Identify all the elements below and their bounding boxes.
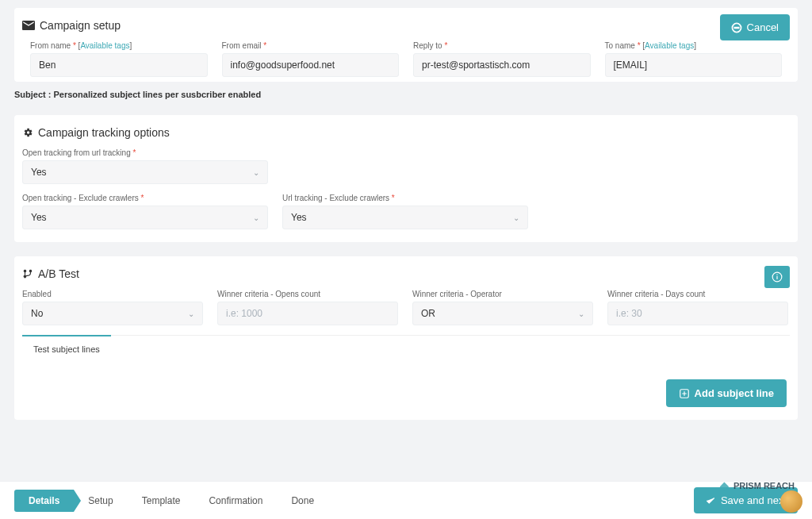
- prism-logo-mark: ◆: [720, 479, 729, 492]
- add-subject-line-button[interactable]: Add subject line: [666, 379, 787, 407]
- ab-days-input[interactable]: [607, 302, 788, 325]
- ab-enabled-select[interactable]: No ⌄: [22, 302, 203, 325]
- tracking-options-card: Campaign tracking options Open tracking …: [14, 115, 798, 242]
- reply-to-input[interactable]: [413, 53, 591, 77]
- reply-to-label: Reply to *: [413, 41, 591, 50]
- wizard-bar: Details Setup Template Confirmation Done…: [0, 481, 812, 519]
- ab-test-title: A/B Test: [22, 267, 790, 280]
- wizard-confirmation[interactable]: Confirmation: [194, 490, 277, 512]
- chevron-down-icon: ⌄: [578, 309, 584, 318]
- wizard-setup[interactable]: Setup: [74, 490, 127, 512]
- from-name-tags-link[interactable]: Available tags: [80, 41, 129, 50]
- open-tracking-exclude-field: Open tracking - Exclude crawlers * Yes ⌄: [22, 194, 268, 229]
- open-tracking-url-field: Open tracking from url tracking * Yes ⌄: [22, 148, 268, 184]
- ab-enabled-field: Enabled No ⌄: [22, 290, 203, 325]
- wizard-details[interactable]: Details: [14, 490, 74, 512]
- check-icon: [705, 495, 716, 506]
- ab-days-field: Winner criteria - Days count: [607, 290, 788, 325]
- tab-test-subject-lines[interactable]: Test subject lines: [22, 335, 111, 362]
- cancel-icon: [731, 22, 742, 33]
- chevron-down-icon: ⌄: [253, 213, 259, 222]
- open-tracking-exclude-select[interactable]: Yes ⌄: [22, 206, 268, 229]
- chevron-down-icon: ⌄: [188, 309, 194, 318]
- ab-operator-field: Winner criteria - Operator OR ⌄: [412, 290, 593, 325]
- subject-text: Subject : Personalized subject lines per…: [14, 90, 798, 107]
- campaign-setup-card: Campaign setup Cancel From name * [Avail…: [14, 8, 798, 82]
- chevron-down-icon: ⌄: [513, 213, 519, 222]
- wizard-done[interactable]: Done: [277, 490, 328, 512]
- chevron-down-icon: ⌄: [253, 168, 259, 177]
- to-name-label: To name * [Available tags]: [605, 41, 783, 50]
- from-name-label: From name * [Available tags]: [30, 41, 208, 50]
- branch-icon: [22, 268, 33, 279]
- to-name-field: To name * [Available tags]: [605, 41, 783, 77]
- to-name-input[interactable]: [605, 53, 783, 77]
- page-title: Campaign setup: [40, 19, 121, 32]
- envelope-icon: [22, 21, 35, 30]
- svg-rect-2: [776, 276, 777, 279]
- url-tracking-exclude-select[interactable]: Yes ⌄: [282, 206, 528, 229]
- prism-reach-logo: ◆ PRISM REACH: [720, 479, 795, 492]
- ab-tabs: Test subject lines: [22, 335, 790, 362]
- from-email-label: From email *: [222, 41, 400, 50]
- url-tracking-exclude-field: Url tracking - Exclude crawlers * Yes ⌄: [282, 194, 528, 229]
- from-name-field: From name * [Available tags]: [30, 41, 208, 77]
- campaign-fields-row: From name * [Available tags] From email …: [30, 41, 782, 77]
- info-button[interactable]: [764, 266, 790, 288]
- chat-widget-orb[interactable]: [780, 490, 802, 513]
- from-email-input[interactable]: [222, 53, 400, 77]
- wizard-template[interactable]: Template: [128, 490, 195, 512]
- ab-test-card: A/B Test Enabled No ⌄ Winner criteria - …: [14, 256, 798, 420]
- tracking-options-title: Campaign tracking options: [22, 126, 790, 139]
- cancel-button[interactable]: Cancel: [720, 14, 790, 40]
- to-name-tags-link[interactable]: Available tags: [645, 41, 694, 50]
- plus-icon: [679, 388, 690, 399]
- open-tracking-url-select[interactable]: Yes ⌄: [22, 160, 268, 184]
- ab-opens-input[interactable]: [217, 302, 398, 325]
- from-name-input[interactable]: [30, 53, 208, 77]
- gear-icon: [22, 127, 33, 138]
- svg-rect-3: [776, 275, 777, 275]
- ab-operator-select[interactable]: OR ⌄: [412, 302, 593, 325]
- reply-to-field: Reply to *: [413, 41, 591, 77]
- from-email-field: From email *: [222, 41, 400, 77]
- cancel-label: Cancel: [747, 21, 779, 33]
- campaign-setup-title: Campaign setup: [22, 19, 790, 32]
- ab-opens-field: Winner criteria - Opens count: [217, 290, 398, 325]
- info-icon: [772, 271, 783, 283]
